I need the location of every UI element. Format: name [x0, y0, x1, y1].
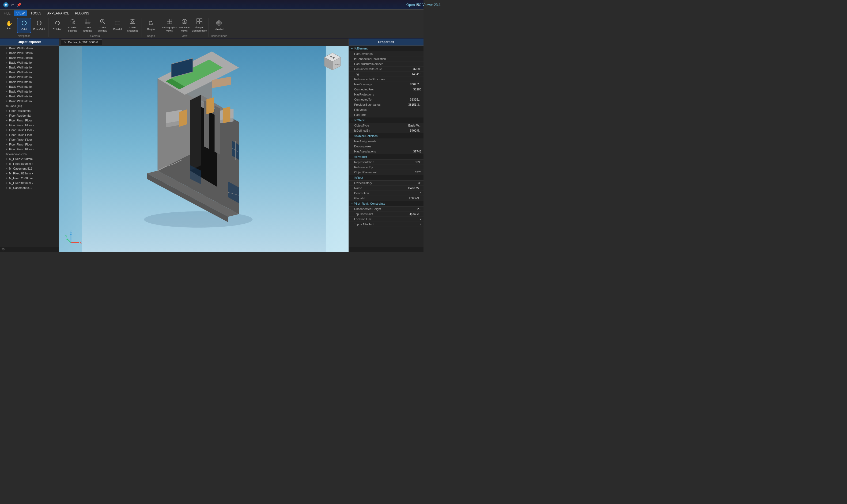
prop-row[interactable]: ConnectedTo38325,... [349, 97, 423, 102]
folder-icon[interactable]: 🗁 [11, 3, 15, 7]
viewport-canvas[interactable]: Top Front X Y [59, 46, 349, 252]
prop-row[interactable]: HasOpenings7009,7... [349, 82, 423, 87]
prop-row[interactable]: HasCoverings [349, 51, 423, 56]
tree-item[interactable]: +Floor:Finish Floor - [0, 118, 59, 123]
prop-group-header[interactable]: −IfcProduct [349, 154, 423, 160]
prop-group-header[interactable]: −IfcRoot [349, 175, 423, 181]
prop-row[interactable]: ReferencedInStructures [349, 77, 423, 82]
prop-name: HasStructuralMember [354, 62, 421, 66]
tree-item[interactable]: +Floor:Finish Floor - [0, 147, 59, 152]
prop-row[interactable]: Location Line2 [349, 217, 423, 222]
prop-row[interactable]: HasAssignments [349, 139, 423, 144]
svg-marker-84 [70, 233, 72, 235]
properties-content[interactable]: −IfcElementHasCoveringsIsConnectionReali… [349, 46, 423, 247]
prop-row[interactable]: OwnerHistory33 [349, 181, 423, 186]
isometric-views-button[interactable]: Isometric views [177, 18, 191, 33]
tree-item[interactable]: +M_Fixed:2800mm [0, 176, 59, 181]
zoom-window-button[interactable]: Zoom Window [95, 18, 109, 33]
prop-row[interactable]: IsConnectionRealization [349, 56, 423, 61]
prop-value: 2.9 [417, 207, 421, 211]
tree-item[interactable]: +M_Fixed:2800mm [0, 157, 59, 161]
tree-group-header[interactable]: −IfcSlabs (10) [0, 104, 59, 108]
regen-button[interactable]: Regen [144, 18, 158, 33]
viewport-tab-item[interactable]: ✕ Duplex_A_20110505.ifc [61, 39, 102, 45]
rotation-button[interactable]: Rotation [51, 18, 65, 33]
tree-item[interactable]: +M_Casement:819 [0, 185, 59, 190]
tree-item[interactable]: +Basic Wall:Interio [0, 70, 59, 75]
tree-group-header[interactable]: −IfcWindows (18) [0, 152, 59, 157]
svg-point-1 [5, 4, 7, 6]
tree-item[interactable]: +Basic Wall:Exterio [0, 55, 59, 60]
tree-item[interactable]: +Basic Wall:Interio [0, 75, 59, 79]
svg-rect-58 [206, 97, 214, 114]
tree-item[interactable]: +Floor:Finish Floor - [0, 137, 59, 142]
viewport[interactable]: ✕ Duplex_A_20110505.ifc [59, 38, 349, 252]
tree-item[interactable]: +Floor:Residential - [0, 113, 59, 118]
tree-item[interactable]: +M_Fixed:819mm x [0, 171, 59, 176]
shaded-button[interactable]: Shaded [212, 18, 226, 33]
prop-row[interactable]: HasPorts [349, 112, 423, 118]
prop-row[interactable]: IsDefinedBy5400,5... [349, 128, 423, 133]
prop-group-header[interactable]: −IfcElement [349, 46, 423, 51]
tree-item[interactable]: +M_Fixed:819mm x [0, 181, 59, 185]
prop-row[interactable]: Decomposes [349, 144, 423, 149]
free-orbit-button[interactable]: Free Orbit [32, 18, 46, 33]
parallel-button[interactable]: Parallel [110, 18, 124, 33]
tree-item[interactable]: +M_Fixed:819mm x [0, 161, 59, 166]
rotation-settings-button[interactable]: Rotation settings [66, 18, 80, 33]
menu-appearance[interactable]: APPEARANCE [45, 11, 72, 16]
prop-row[interactable]: HasStructuralMember [349, 61, 423, 67]
menu-file[interactable]: FILE [1, 11, 13, 16]
tree-item[interactable]: +Basic Wall:Exterio [0, 51, 59, 55]
object-explorer-content[interactable]: +Basic Wall:Exterio+Basic Wall:Exterio+B… [0, 46, 59, 247]
prop-row[interactable]: GlobalId2O2Fr$... [349, 196, 423, 201]
zoom-extents-button[interactable]: Zoom Extents [81, 18, 94, 33]
tree-item[interactable]: +Basic Wall:Interio [0, 60, 59, 65]
orbit-button[interactable]: Orbit [17, 18, 31, 33]
menu-view[interactable]: VIEW [14, 11, 27, 16]
properties-bottom-scrollbar[interactable] [349, 247, 423, 252]
menu-tools[interactable]: TOOLS [28, 11, 44, 16]
collapse-icon: − [2, 104, 4, 108]
tree-item[interactable]: +Floor:Finish Floor - [0, 142, 59, 147]
prop-row[interactable]: HasAssociations37748 [349, 149, 423, 154]
tree-item[interactable]: +Basic Wall:Interio [0, 65, 59, 70]
prop-row[interactable]: ReferencedBy [349, 165, 423, 170]
prop-row[interactable]: ProvidesBoundaries38151,3... [349, 102, 423, 107]
tree-item[interactable]: +Floor:Finish Floor - [0, 123, 59, 128]
pin-icon[interactable]: 📌 [17, 3, 21, 7]
prop-group-header[interactable]: −IfcObjectDefinition [349, 133, 423, 139]
prop-row[interactable]: Top is AttachedF [349, 222, 423, 227]
prop-row[interactable]: ObjectTypeBasic W... [349, 123, 423, 128]
tree-item[interactable]: +Basic Wall:Interio [0, 89, 59, 94]
tree-item[interactable]: +Floor:Residential - [0, 108, 59, 113]
prop-row[interactable]: ObjectPlacement5378 [349, 170, 423, 175]
expand-icon: + [6, 186, 7, 190]
prop-row[interactable]: NameBasic W... [349, 186, 423, 191]
prop-row[interactable]: HasProjections [349, 92, 423, 97]
tree-item[interactable]: +Basic Wall:Interio [0, 79, 59, 84]
orthographic-views-button[interactable]: Orthographic views [162, 18, 176, 33]
prop-row[interactable]: FillsVoids [349, 107, 423, 112]
minimize-button[interactable]: ─ [402, 2, 406, 7]
pan-button[interactable]: ✋ Pan [2, 18, 16, 33]
tree-item[interactable]: +Basic Wall:Exterio [0, 46, 59, 51]
tree-item[interactable]: +M_Casement:819 [0, 166, 59, 171]
tree-item[interactable]: +Basic Wall:Interio [0, 84, 59, 89]
prop-row[interactable]: ConnectedFrom38285 [349, 87, 423, 92]
tree-item[interactable]: +Floor:Finish Floor - [0, 132, 59, 137]
tree-item[interactable]: +Basic Wall:Interio [0, 99, 59, 104]
menu-plugins[interactable]: PLUGINS [73, 11, 92, 16]
make-snapshot-button[interactable]: Make snapshot [126, 18, 140, 33]
prop-group-header[interactable]: −PSet_Revit_Constraints [349, 201, 423, 206]
prop-row[interactable]: Representation5396 [349, 160, 423, 165]
tree-item[interactable]: +Basic Wall:Interio [0, 94, 59, 99]
prop-row[interactable]: ContainedInStructure37680 [349, 67, 423, 72]
prop-group-header[interactable]: −IfcObject [349, 118, 423, 123]
tree-item[interactable]: +Floor:Finish Floor - [0, 128, 59, 132]
prop-row[interactable]: Tag143410 [349, 72, 423, 77]
prop-row[interactable]: Unconnected Height2.9 [349, 206, 423, 212]
prop-row[interactable]: Top ConstraintUp to le... [349, 212, 423, 217]
prop-row[interactable]: Description" [349, 191, 423, 196]
viewport-config-button[interactable]: Viewport Configuration [193, 18, 206, 33]
